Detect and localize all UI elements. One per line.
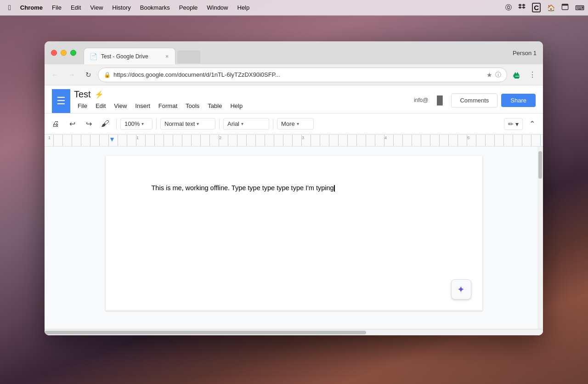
docs-title-area: Test ⚡ File Edit View Insert Format Tool… (74, 89, 414, 113)
comments-button[interactable]: Comments (451, 93, 498, 107)
scrollbar-thumb[interactable] (538, 151, 542, 179)
docs-content-area: This is me, working offline. Type type t… (45, 147, 543, 329)
apple-menu[interactable]:  (4, 0, 16, 16)
expand-button[interactable]: ⌃ (525, 117, 539, 131)
menubar-file[interactable]: File (47, 0, 66, 16)
zoom-arrow: ▾ (141, 121, 144, 126)
traffic-lights (51, 50, 76, 56)
toolbar-right: ✏ ▾ ⌃ (504, 117, 539, 131)
docs-logo-icon: ☰ (57, 95, 66, 107)
more-arrow: ▾ (297, 121, 299, 126)
docs-menu-edit[interactable]: Edit (92, 101, 109, 111)
toolbar-separator-4 (273, 119, 273, 130)
menubar-window[interactable]: Window (202, 0, 232, 16)
svg-rect-0 (562, 6, 568, 10)
docs-menu-table[interactable]: Table (204, 101, 226, 111)
active-tab[interactable]: 📄 Test - Google Drive × (84, 48, 175, 64)
chat-button[interactable]: █ (432, 92, 447, 108)
bookmark-icon[interactable]: ★ (486, 71, 492, 79)
maximize-button[interactable] (70, 50, 76, 56)
pencil-arrow: ▾ (515, 120, 519, 128)
format-style-dropdown[interactable]: Normal text ▾ (160, 118, 215, 130)
ruler-mark-5: 4 (384, 136, 387, 140)
smart-icon: ✦ (457, 284, 465, 295)
docs-title-name-row: Test ⚡ (74, 89, 414, 100)
forward-button[interactable]: → (65, 68, 79, 82)
docs-page-wrapper: This is me, working offline. Type type t… (45, 147, 543, 329)
docs-header-right: info@ █ Comments Share (414, 89, 536, 113)
person-label: Person 1 (513, 50, 537, 56)
undo-button[interactable]: ↩ (65, 117, 79, 131)
more-label: More (281, 120, 295, 127)
docs-title[interactable]: Test (74, 89, 91, 100)
horizontal-scrollbar-thumb[interactable] (45, 331, 366, 334)
menubar:  Chrome File Edit View History Bookmark… (0, 0, 588, 16)
toolbar-separator-1 (116, 119, 117, 130)
smart-assistant-button[interactable]: ✦ (451, 279, 471, 299)
docs-menu-format[interactable]: Format (155, 101, 181, 111)
address-actions: ⋮ (510, 68, 539, 82)
paint-format-button[interactable]: 🖌 (98, 117, 113, 131)
vertical-scrollbar[interactable] (537, 147, 543, 329)
offline-icon: ⚡ (95, 90, 104, 99)
more-dropdown[interactable]: More ▾ (277, 118, 314, 130)
tab-docs-icon: 📄 (90, 53, 97, 60)
info-icon[interactable]: ⓘ (495, 71, 501, 79)
document-content: This is me, working offline. Type type t… (152, 184, 334, 192)
docs-menu-file[interactable]: File (74, 101, 91, 111)
share-button[interactable]: Share (501, 94, 536, 107)
menubar-people[interactable]: People (175, 0, 202, 16)
docs-menu-help[interactable]: Help (226, 101, 246, 111)
menubar-bookmarks[interactable]: Bookmarks (136, 0, 175, 16)
menubar-chrome[interactable]: Chrome (16, 0, 47, 16)
document-text[interactable]: This is me, working offline. Type type t… (152, 183, 446, 193)
docs-menu-view[interactable]: View (110, 101, 130, 111)
docs-menu-insert[interactable]: Insert (131, 101, 154, 111)
menubar-system-icons: ⓪ C 🏠 ⌨ (505, 3, 584, 12)
keyboard-icon[interactable]: ⌨ (575, 4, 584, 11)
print-button[interactable]: 🖨 (48, 117, 63, 131)
address-bar: ← → ↻ 🔒 https://docs.google.com/document… (45, 64, 543, 85)
drive-icon-btn[interactable] (510, 68, 524, 82)
new-tab-area (177, 51, 200, 63)
more-button[interactable]: ⋮ (526, 68, 539, 82)
docs-header-top: ☰ Test ⚡ File Edit View Insert Format To… (52, 89, 536, 113)
menubar-edit[interactable]: Edit (66, 0, 85, 16)
password-icon[interactable]: ⓪ (505, 4, 512, 12)
minimize-button[interactable] (61, 50, 67, 56)
zoom-value: 100% (124, 120, 140, 127)
home-icon[interactable]: 🏠 (547, 4, 555, 11)
ruler-inner: 1 1 2 3 4 5 ▼ (45, 135, 543, 146)
redo-button[interactable]: ↪ (81, 117, 96, 131)
toolbar-separator-3 (219, 119, 220, 130)
docs-menu-tools[interactable]: Tools (182, 101, 203, 111)
font-arrow: ▾ (241, 121, 243, 126)
cast-icon[interactable] (561, 3, 569, 12)
docs-page[interactable]: This is me, working offline. Type type t… (106, 156, 482, 311)
docs-header: ☰ Test ⚡ File Edit View Insert Format To… (45, 85, 543, 113)
menubar-view[interactable]: View (85, 0, 107, 16)
c-icon[interactable]: C (532, 3, 541, 12)
lock-icon: 🔒 (104, 72, 111, 78)
refresh-button[interactable]: ↻ (81, 68, 95, 82)
ruler-mark-4: 3 (302, 136, 304, 140)
menubar-history[interactable]: History (107, 0, 135, 16)
font-dropdown[interactable]: Arial ▾ (223, 118, 269, 130)
ruler-tab-stop: ▼ (109, 136, 115, 143)
ruler-mark-2: 1 (136, 136, 139, 140)
docs-menu-row: File Edit View Insert Format Tools Table… (74, 101, 414, 111)
tab-close-button[interactable]: × (164, 52, 170, 61)
back-button[interactable]: ← (48, 68, 62, 82)
url-bar[interactable]: 🔒 https://docs.google.com/document/d/1nT… (98, 68, 507, 82)
editing-mode-button[interactable]: ✏ ▾ (504, 118, 523, 130)
url-text: https://docs.google.com/document/d/1nTL-… (113, 71, 482, 78)
user-email: info@ (414, 97, 429, 103)
font-value: Arial (227, 120, 239, 127)
horizontal-scrollbar[interactable] (45, 329, 543, 335)
zoom-dropdown[interactable]: 100% ▾ (120, 118, 153, 130)
menubar-help[interactable]: Help (233, 0, 254, 16)
close-button[interactable] (51, 50, 57, 56)
tab-title: Test - Google Drive (101, 53, 161, 60)
dropbox-icon[interactable] (518, 3, 526, 12)
ruler-mark-1: 1 (48, 136, 51, 140)
